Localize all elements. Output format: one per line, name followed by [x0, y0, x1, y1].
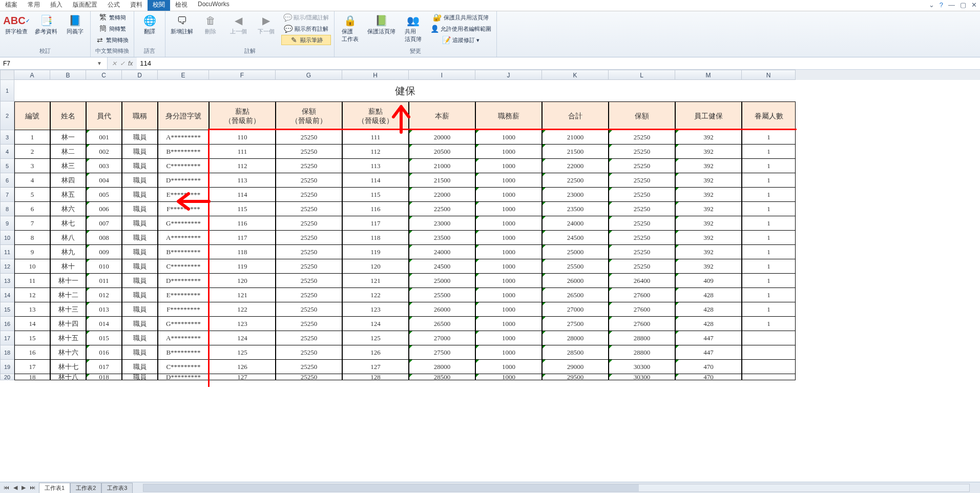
cell[interactable]: 職員 [122, 317, 158, 331]
col-header-L[interactable]: L [609, 70, 675, 80]
cell[interactable]: 428 [675, 317, 742, 331]
cell[interactable]: 27600 [609, 317, 675, 331]
cell[interactable]: 27600 [609, 302, 675, 317]
cell[interactable]: 1000 [475, 302, 542, 317]
row-header-5[interactable]: 5 [0, 159, 14, 173]
cell[interactable]: 120 [209, 274, 276, 288]
cell[interactable]: 113 [209, 173, 276, 188]
cell[interactable]: 392 [675, 145, 742, 159]
cell[interactable]: 1 [742, 245, 796, 259]
cell[interactable]: 116 [209, 216, 276, 231]
cell[interactable]: 014 [86, 317, 122, 331]
cell[interactable]: 25250 [276, 317, 342, 331]
cell[interactable]: 15 [14, 331, 50, 345]
cell[interactable]: B********* [158, 345, 209, 360]
cell[interactable]: 1 [742, 288, 796, 302]
cell[interactable]: 111 [342, 130, 409, 145]
cell[interactable]: 1 [742, 202, 796, 216]
cell[interactable]: 25250 [609, 173, 675, 188]
cell[interactable]: 本薪 [409, 101, 475, 130]
cell[interactable]: 26000 [542, 274, 609, 288]
cell[interactable]: 5 [14, 188, 50, 202]
cell[interactable]: 23000 [409, 216, 475, 231]
cell[interactable]: B********* [158, 245, 209, 259]
translate-button[interactable]: 🌐翻譯 [137, 12, 162, 36]
cell[interactable] [742, 345, 796, 360]
cell[interactable] [742, 374, 796, 380]
cell[interactable]: 28500 [409, 374, 475, 380]
menu-tab-插入[interactable]: 插入 [45, 0, 68, 11]
cell[interactable]: 職員 [122, 130, 158, 145]
cell[interactable]: 25000 [542, 245, 609, 259]
cell[interactable]: 23000 [542, 188, 609, 202]
cell[interactable]: D********* [158, 173, 209, 188]
cell[interactable]: 006 [86, 202, 122, 216]
cell[interactable]: 392 [675, 245, 742, 259]
restore-icon[interactable]: ▢ [960, 1, 966, 9]
row-header-6[interactable]: 6 [0, 173, 14, 188]
cell[interactable]: 392 [675, 259, 742, 274]
cell[interactable]: 25250 [609, 245, 675, 259]
cell[interactable]: 1 [742, 302, 796, 317]
cell[interactable]: 職員 [122, 288, 158, 302]
cell[interactable]: 職員 [122, 374, 158, 380]
row-header-10[interactable]: 10 [0, 231, 14, 245]
cell[interactable]: 1000 [475, 159, 542, 173]
cell[interactable]: 24000 [409, 245, 475, 259]
cell[interactable]: 111 [209, 145, 276, 159]
cell[interactable]: 112 [342, 145, 409, 159]
cell[interactable]: 120 [342, 259, 409, 274]
cell[interactable]: 001 [86, 130, 122, 145]
cell[interactable]: 2 [14, 145, 50, 159]
cell[interactable]: 姓名 [50, 101, 86, 130]
cell[interactable]: 林十二 [50, 288, 86, 302]
col-header-C[interactable]: C [86, 70, 122, 80]
cell[interactable]: 13 [14, 302, 50, 317]
cell[interactable]: 1000 [475, 145, 542, 159]
cell[interactable]: 25250 [276, 231, 342, 245]
cell[interactable]: 保額（晉級前） [276, 101, 342, 130]
cell[interactable]: 22000 [409, 188, 475, 202]
cell[interactable]: 29000 [542, 360, 609, 374]
cell[interactable]: 林三 [50, 159, 86, 173]
cell[interactable]: 25250 [609, 202, 675, 216]
cell[interactable]: C********* [158, 159, 209, 173]
track-changes-button[interactable]: 📝追蹤修訂 ▾ [428, 35, 493, 45]
cell[interactable]: 1 [742, 317, 796, 331]
cell[interactable]: 25250 [276, 302, 342, 317]
cell[interactable]: C********* [158, 360, 209, 374]
row-header-17[interactable]: 17 [0, 331, 14, 345]
new-comment-button[interactable]: 🗨新增註解 [169, 12, 195, 36]
cell[interactable]: 013 [86, 302, 122, 317]
cell[interactable]: 012 [86, 288, 122, 302]
cell[interactable]: 職員 [122, 145, 158, 159]
cell[interactable]: 126 [342, 345, 409, 360]
cell[interactable]: 25250 [609, 216, 675, 231]
cell[interactable]: 1000 [475, 259, 542, 274]
cell[interactable]: 1000 [475, 130, 542, 145]
toggle-comment-button[interactable]: 💬顯示/隱藏註解 [281, 12, 331, 23]
cell[interactable]: 25250 [276, 288, 342, 302]
row-header-11[interactable]: 11 [0, 245, 14, 259]
cell[interactable]: 16 [14, 345, 50, 360]
protect-sheet-button[interactable]: 🔒保護 工作表 [338, 12, 362, 44]
cell[interactable]: 薪點（晉級前） [209, 101, 276, 130]
col-header-A[interactable]: A [14, 70, 50, 80]
cell[interactable]: 008 [86, 231, 122, 245]
cell[interactable]: 林一 [50, 130, 86, 145]
cell[interactable]: 林六 [50, 202, 86, 216]
cell[interactable]: 112 [209, 159, 276, 173]
cell[interactable]: C********* [158, 259, 209, 274]
cell[interactable]: 110 [209, 130, 276, 145]
delete-comment-button[interactable]: 🗑刪除 [198, 12, 223, 36]
cell[interactable]: 28000 [542, 331, 609, 345]
cell[interactable]: 470 [675, 374, 742, 380]
cell[interactable]: 1000 [475, 231, 542, 245]
cell[interactable]: 林九 [50, 245, 86, 259]
cell[interactable]: 25500 [542, 259, 609, 274]
cell[interactable]: 身分證字號 [158, 101, 209, 130]
cell[interactable]: 1 [742, 173, 796, 188]
cell[interactable]: 004 [86, 173, 122, 188]
cell[interactable]: 22500 [542, 173, 609, 188]
grid-cells[interactable]: 健保編號姓名員代職稱身分證字號薪點（晉級前）保額（晉級前）薪點（晉級後）本薪職務… [14, 80, 796, 380]
